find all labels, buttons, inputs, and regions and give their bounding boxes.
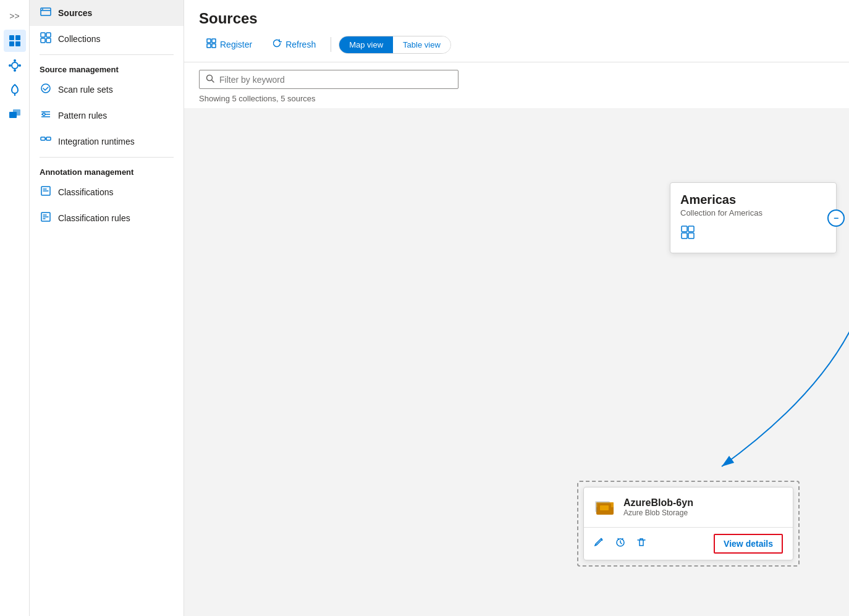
classification-rules-label: Classification rules xyxy=(58,213,130,223)
sidebar-divider-2 xyxy=(40,157,174,158)
refresh-button[interactable]: Refresh xyxy=(264,35,323,54)
blob-card-actions: View details xyxy=(584,528,793,560)
blob-container: AzureBlob-6yn Azure Blob Storage xyxy=(577,481,800,567)
svg-point-5 xyxy=(14,59,16,62)
svg-line-33 xyxy=(212,80,214,83)
table-view-button[interactable]: Table view xyxy=(393,36,450,53)
svg-point-4 xyxy=(12,62,18,69)
svg-rect-16 xyxy=(41,38,45,43)
americas-card: Americas Collection for Americas − xyxy=(670,182,837,253)
refresh-icon xyxy=(272,38,282,51)
map-area[interactable]: Americas Collection for Americas − xyxy=(184,108,849,616)
register-label: Register xyxy=(220,40,252,49)
svg-rect-31 xyxy=(212,44,216,48)
sidebar-sources-label: Sources xyxy=(58,8,92,18)
americas-title: Americas xyxy=(680,193,826,207)
pattern-rules-label: Pattern rules xyxy=(58,111,107,120)
sidebar-collections-label: Collections xyxy=(58,34,100,44)
toolbar-actions: Register Refresh Map view Table view xyxy=(199,35,834,54)
map-view-button[interactable]: Map view xyxy=(339,36,393,53)
svg-rect-39 xyxy=(688,233,694,238)
americas-grid-icon[interactable] xyxy=(680,225,826,243)
edit-icon[interactable] xyxy=(594,537,605,551)
blob-card: AzureBlob-6yn Azure Blob Storage xyxy=(583,487,793,560)
collections-nav-icon xyxy=(40,32,52,46)
blob-card-info: AzureBlob-6yn Azure Blob Storage xyxy=(623,497,693,517)
svg-rect-30 xyxy=(207,44,211,48)
data-catalog-icon[interactable] xyxy=(4,30,26,52)
connections-icon[interactable] xyxy=(4,54,26,77)
sidebar-item-classifications[interactable]: Classifications xyxy=(30,179,184,205)
integration-runtimes-icon xyxy=(40,135,52,148)
svg-point-7 xyxy=(9,64,11,67)
svg-rect-2 xyxy=(9,41,14,46)
tools-icon[interactable] xyxy=(4,104,26,126)
sidebar-item-collections[interactable]: Collections xyxy=(30,26,184,52)
svg-point-13 xyxy=(42,9,43,10)
delete-icon[interactable] xyxy=(636,537,647,551)
insights-icon[interactable] xyxy=(4,79,26,101)
svg-rect-11 xyxy=(13,109,20,116)
register-icon xyxy=(206,38,216,51)
americas-subtitle: Collection for Americas xyxy=(680,208,826,217)
integration-runtimes-label: Integration runtimes xyxy=(58,137,135,146)
svg-point-8 xyxy=(19,64,21,67)
svg-rect-14 xyxy=(41,33,45,37)
annotation-management-header: Annotation management xyxy=(30,160,184,179)
filter-input-wrap xyxy=(199,70,458,89)
collapse-rail-button[interactable]: >> xyxy=(4,5,26,27)
sidebar-item-classification-rules[interactable]: Classification rules xyxy=(30,205,184,231)
classifications-icon xyxy=(40,185,52,199)
blob-card-header: AzureBlob-6yn Azure Blob Storage xyxy=(584,487,793,528)
page-title: Sources xyxy=(199,10,834,27)
filter-input[interactable] xyxy=(219,75,452,85)
svg-point-22 xyxy=(43,113,45,116)
svg-rect-0 xyxy=(9,35,14,40)
sidebar-item-sources[interactable]: Sources xyxy=(30,0,184,26)
sidebar-item-integration-runtimes[interactable]: Integration runtimes xyxy=(30,129,184,154)
svg-rect-28 xyxy=(207,39,211,43)
toolbar-divider xyxy=(331,37,331,52)
blob-card-type: Azure Blob Storage xyxy=(623,508,693,517)
sidebar: Sources Collections Source management Sc… xyxy=(30,0,184,616)
filter-icon xyxy=(206,74,214,85)
icon-rail: >> xyxy=(0,0,30,616)
scan-icon[interactable] xyxy=(615,537,626,551)
view-toggle: Map view Table view xyxy=(339,36,451,54)
main-content: Sources Register xyxy=(184,0,849,616)
svg-rect-29 xyxy=(212,39,216,43)
svg-rect-1 xyxy=(15,35,20,40)
svg-rect-24 xyxy=(46,137,51,140)
scan-rule-sets-label: Scan rule sets xyxy=(58,85,113,95)
svg-point-6 xyxy=(14,69,16,72)
scan-rule-sets-icon xyxy=(40,83,52,96)
classifications-label: Classifications xyxy=(58,187,113,197)
svg-rect-38 xyxy=(682,233,687,238)
classification-rules-icon xyxy=(40,211,52,225)
sidebar-item-scan-rule-sets[interactable]: Scan rule sets xyxy=(30,77,184,103)
collapse-button[interactable]: − xyxy=(827,209,845,227)
svg-point-18 xyxy=(41,84,50,93)
svg-rect-45 xyxy=(600,505,609,510)
svg-rect-3 xyxy=(15,41,20,46)
blob-storage-icon xyxy=(594,496,616,518)
filter-bar: Showing 5 collections, 5 sources xyxy=(184,62,849,108)
showing-text: Showing 5 collections, 5 sources xyxy=(199,94,834,103)
sidebar-item-pattern-rules[interactable]: Pattern rules xyxy=(30,103,184,129)
svg-rect-17 xyxy=(46,38,51,43)
sidebar-divider-1 xyxy=(40,54,174,55)
view-details-button[interactable]: View details xyxy=(714,534,783,554)
svg-rect-15 xyxy=(46,33,51,37)
svg-rect-36 xyxy=(682,226,687,232)
source-management-header: Source management xyxy=(30,57,184,77)
pattern-rules-icon xyxy=(40,109,52,122)
refresh-label: Refresh xyxy=(285,40,316,49)
toolbar: Sources Register xyxy=(184,0,849,62)
sources-nav-icon xyxy=(40,6,52,20)
register-button[interactable]: Register xyxy=(199,35,260,54)
svg-rect-37 xyxy=(688,226,694,232)
svg-rect-23 xyxy=(41,137,45,140)
blob-card-name: AzureBlob-6yn xyxy=(623,497,693,508)
